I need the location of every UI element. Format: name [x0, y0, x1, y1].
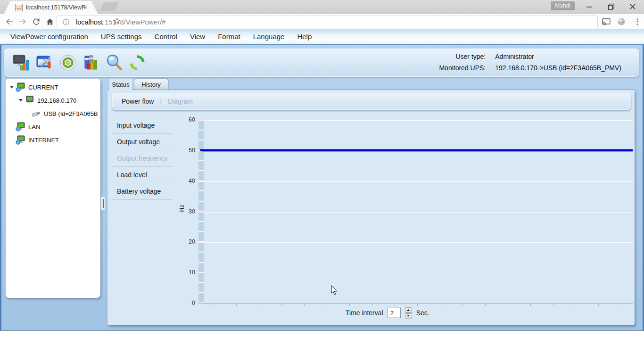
- x-tick: [485, 304, 486, 306]
- tab-status[interactable]: Status: [109, 79, 132, 90]
- tab-row: StatusHistory: [107, 79, 635, 90]
- reload-icon[interactable]: [32, 17, 41, 26]
- viewpower-app: User type: Administrator Monitored UPS: …: [0, 45, 644, 331]
- y-tick-label-10: 10: [178, 269, 195, 276]
- window-minimize-button[interactable]: [580, 0, 599, 13]
- panel-splitter-handle[interactable]: [101, 196, 105, 210]
- toolbar-icons: [12, 53, 147, 72]
- network-computer-icon: [16, 122, 26, 131]
- x-tick: [327, 304, 327, 306]
- screen: localhost:15178/ViewPow × Mahdi localhos…: [0, 0, 644, 343]
- y-tick-label-50: 50: [178, 147, 195, 154]
- menu-item-ups-settings[interactable]: UPS settings: [101, 33, 142, 41]
- ups-settings-tools-icon[interactable]: [35, 53, 54, 72]
- menu-item-viewpower-configuration[interactable]: ViewPower configuration: [10, 33, 88, 41]
- menu-item-language[interactable]: Language: [253, 33, 285, 41]
- x-axis-baseline: [198, 303, 633, 304]
- toolbar-panel: User type: Administrator Monitored UPS: …: [4, 49, 639, 77]
- tree-item-internet[interactable]: INTERNET: [6, 133, 100, 147]
- x-tick: [304, 304, 305, 306]
- tree-item-usb-id-2f3a065b-pmv[interactable]: USB (Id=2F3A065B_PMV): [6, 107, 100, 120]
- tree-item-label: LAN: [28, 123, 40, 131]
- tree-item-current[interactable]: CURRENT: [6, 81, 100, 94]
- menu-item-format[interactable]: Format: [218, 33, 240, 41]
- expander-placeholder: [9, 137, 15, 143]
- cast-icon[interactable]: [602, 17, 611, 26]
- session-info: User type: Administrator Monitored UPS: …: [439, 53, 621, 72]
- x-tick: [349, 304, 350, 306]
- y-tick-label-0: 0: [178, 300, 195, 306]
- status-view: Power flow|Diagram Input voltageOutput v…: [107, 90, 635, 325]
- data-log-books-icon[interactable]: [82, 53, 100, 72]
- menu-item-control[interactable]: Control: [155, 33, 177, 41]
- time-interval-label: Time interval: [346, 309, 383, 317]
- x-tick: [440, 304, 440, 306]
- browser-tab[interactable]: localhost:15178/ViewPow ×: [4, 1, 98, 14]
- mouse-cursor: [331, 286, 338, 295]
- device-tree-panel: CURRENT192.168.0.170USB (Id=2F3A065B_PMV…: [6, 79, 100, 298]
- menu-bar: ViewPower configurationUPS settingsContr…: [0, 29, 644, 45]
- window-restore-button[interactable]: [602, 0, 620, 13]
- profile-badge[interactable]: Mahdi: [551, 1, 575, 10]
- tab-history[interactable]: History: [134, 79, 168, 90]
- bookmark-star-icon[interactable]: [113, 16, 122, 25]
- page-info-icon[interactable]: [62, 18, 70, 26]
- gridline-10: [198, 273, 633, 273]
- monitored-ups-value: 192.168.0.170->USB (id=2F3A065B_PMV): [495, 64, 621, 72]
- monitored-ups-label: Monitored UPS:: [439, 64, 486, 72]
- user-type-value: Administrator: [495, 53, 621, 60]
- new-tab-button[interactable]: [100, 2, 119, 11]
- control-gear-icon[interactable]: [58, 53, 77, 72]
- tree-item-192-168-0-170[interactable]: 192.168.0.170: [6, 94, 100, 107]
- restore-icon: [608, 3, 615, 10]
- extension-globe-icon[interactable]: [617, 17, 626, 26]
- favicon-image-icon: [15, 4, 23, 11]
- time-interval-unit: Sec.: [416, 309, 429, 317]
- x-tick: [236, 304, 237, 306]
- usb-plug-icon: [31, 109, 41, 118]
- home-icon[interactable]: [45, 17, 55, 26]
- computer-icon: [25, 96, 35, 105]
- close-icon: [629, 3, 636, 10]
- time-interval-input[interactable]: [388, 308, 401, 318]
- x-tick: [598, 304, 599, 306]
- tree-item-label: CURRENT: [28, 84, 58, 91]
- stepper-up-icon[interactable]: [405, 307, 412, 313]
- series-line-output-frequency: [200, 149, 633, 151]
- forward-arrow-icon[interactable]: [18, 17, 27, 26]
- refresh-arrows-icon[interactable]: [128, 53, 147, 72]
- y-tick-label-60: 60: [178, 116, 195, 123]
- expander-down-icon[interactable]: [9, 84, 15, 90]
- gridline-40: [198, 181, 633, 182]
- x-tick: [372, 304, 372, 306]
- x-tick: [395, 304, 395, 306]
- x-tick: [214, 304, 214, 306]
- x-tick: [576, 304, 576, 306]
- content-panel: StatusHistory Power flow|Diagram Input v…: [107, 79, 635, 325]
- expander-down-icon[interactable]: [18, 98, 24, 103]
- y-tick-label-20: 20: [178, 238, 195, 245]
- frequency-chart: Hz 0102030405060: [107, 90, 635, 325]
- menu-item-view[interactable]: View: [190, 33, 205, 41]
- y-tick-label-40: 40: [178, 178, 195, 184]
- time-interval-stepper: [405, 307, 412, 318]
- network-computer-icon: [16, 135, 26, 145]
- window-close-button[interactable]: [623, 0, 642, 13]
- menu-dots-icon[interactable]: [633, 17, 642, 26]
- network-computer-icon: [16, 82, 26, 92]
- search-magnifier-icon[interactable]: [105, 53, 124, 72]
- browser-tab-strip: localhost:15178/ViewPow × Mahdi: [0, 0, 644, 14]
- tab-close-icon[interactable]: ×: [82, 4, 89, 11]
- menu-item-help[interactable]: Help: [297, 33, 312, 41]
- minimize-icon: [586, 3, 593, 10]
- user-type-label: User type:: [439, 53, 486, 60]
- stepper-down-icon[interactable]: [405, 313, 412, 319]
- url-omnibox[interactable]: localhost:15178/ViewPower/#: [57, 16, 598, 28]
- expander-placeholder: [9, 124, 15, 130]
- tree-item-label: 192.168.0.170: [37, 97, 76, 104]
- x-tick: [530, 304, 531, 306]
- monitor-status-icon[interactable]: [12, 53, 31, 72]
- x-tick: [508, 304, 508, 306]
- back-arrow-icon[interactable]: [5, 17, 14, 26]
- tree-item-lan[interactable]: LAN: [6, 120, 100, 133]
